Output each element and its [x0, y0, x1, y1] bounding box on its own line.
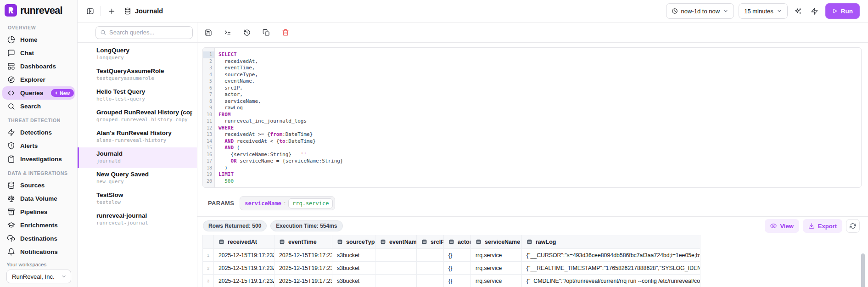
query-list-item-journald[interactable]: Journaldjournald: [78, 147, 197, 168]
column-header-receivedat[interactable]: receivedAt: [214, 235, 274, 249]
sql-code[interactable]: SELECT receivedAt, eventTime, sourceType…: [215, 48, 861, 187]
cell-eventname[interactable]: [375, 249, 417, 262]
sidebar-item-enrichments[interactable]: Enrichments: [2, 219, 75, 232]
cell-sourcetype[interactable]: s3bucket: [332, 262, 375, 275]
code-line: eventName,: [218, 78, 861, 85]
sidebar-item-notifications[interactable]: Notifications: [2, 245, 75, 259]
cell-receivedat[interactable]: 2025-12-15T19:17:23Z: [214, 262, 274, 275]
new-tab-button[interactable]: [106, 5, 118, 17]
cell-servicename[interactable]: rrq.service: [471, 275, 522, 287]
cell-servicename[interactable]: rrq.service: [471, 249, 522, 262]
cell-actor[interactable]: {}: [444, 275, 471, 287]
format-query-button[interactable]: [222, 27, 234, 39]
sql-editor[interactable]: 1234567891011121314151617181920 SELECT r…: [202, 47, 862, 188]
code-line: runreveal_inc_journald_logs: [218, 118, 861, 125]
panel-toggle-icon: [86, 7, 94, 15]
cell-eventname[interactable]: [375, 275, 417, 287]
export-button[interactable]: Export: [803, 219, 842, 233]
sidebar-item-pipelines[interactable]: Pipelines: [2, 205, 75, 219]
sidebar-item-explorer[interactable]: Explorer: [2, 73, 75, 86]
query-list-item-testqueryassumerole[interactable]: TestQueryAssumeRoletestqueryassumerole: [78, 65, 197, 85]
delete-query-button[interactable]: [280, 27, 291, 39]
cell-eventname[interactable]: [375, 262, 417, 275]
cell-sourcetype[interactable]: s3bucket: [332, 275, 375, 287]
view-label: View: [780, 223, 793, 230]
sidebar-item-investigations[interactable]: Investigations: [2, 152, 75, 166]
run-button[interactable]: Run: [825, 3, 860, 19]
sidebar-item-queries[interactable]: QueriesNew: [2, 86, 75, 100]
line-number: 17: [203, 158, 214, 165]
column-header-rawlog[interactable]: rawLog: [522, 235, 700, 249]
cell-eventtime[interactable]: 2025-12-15T19:17:23Z: [274, 249, 332, 262]
sidebar-item-destinations[interactable]: Destinations: [2, 232, 75, 245]
query-list-item-longquery[interactable]: LongQuerylongquery: [78, 44, 197, 65]
cloud-upload-icon: [7, 235, 15, 242]
brand-name: runreveal: [20, 5, 62, 17]
query-slug: journald: [96, 158, 192, 164]
line-number: 11: [203, 118, 214, 125]
query-list-item-alans-runreveal-history[interactable]: Alan's RunReveal Historyalans-runreveal-…: [78, 127, 197, 147]
cell-rawlog[interactable]: {"__CURSOR":"s=493d36cee8094db586fbc7af3…: [522, 249, 700, 262]
save-query-button[interactable]: [202, 27, 214, 39]
param-value-input[interactable]: rrq.service: [288, 198, 333, 208]
sidebar-item-home[interactable]: Home: [2, 33, 75, 46]
sidebar-item-detections[interactable]: Detections: [2, 126, 75, 139]
sidebar-item-label: Alerts: [20, 142, 38, 149]
sidebar-item-chat[interactable]: Chat: [2, 46, 75, 60]
query-title: LongQuery: [96, 47, 192, 54]
cell-eventtime[interactable]: 2025-12-15T19:17:23Z: [274, 275, 332, 287]
view-button[interactable]: View: [765, 219, 799, 233]
cell-servicename[interactable]: rrq.service: [471, 262, 522, 275]
brand-logo[interactable]: runreveal: [0, 0, 77, 20]
query-history-button[interactable]: [241, 27, 253, 39]
query-tab[interactable]: Journald: [124, 7, 163, 15]
query-list-item-grouped-runreveal-history-copy[interactable]: Grouped RunReveal History (copy)grouped-…: [78, 106, 197, 127]
cell-actor[interactable]: {}: [444, 262, 471, 275]
cell-rawlog[interactable]: {"_CMDLINE":"/opt/runreveal/current/rrq …: [522, 275, 700, 287]
table-column-icon: [337, 239, 343, 245]
param-pill-servicename[interactable]: serviceName : rrq.service: [240, 196, 335, 210]
query-list-item-new-query[interactable]: New Query Savednew-query: [78, 168, 197, 189]
results-scrollbar[interactable]: [861, 253, 865, 287]
sidebar-item-dashboards[interactable]: Dashboards: [2, 60, 75, 73]
code-line: actor,: [218, 91, 861, 98]
time-range-select[interactable]: now-1d to now: [666, 3, 734, 19]
sidebar-item-search[interactable]: Search: [2, 100, 75, 113]
cell-rawlog[interactable]: {"__REALTIME_TIMESTAMP":"176582621788862…: [522, 262, 700, 275]
duplicate-query-button[interactable]: [260, 27, 272, 39]
sidebar-item-data-volume[interactable]: Data Volume: [2, 192, 75, 205]
query-list-item-testslow[interactable]: TestSlowtestslow: [78, 189, 197, 209]
results-table-wrap: receivedAteventTimesourceTypeeventNamesr…: [197, 235, 868, 287]
column-header-actor[interactable]: actor: [444, 235, 471, 249]
column-header-srcip[interactable]: srcIP: [417, 235, 444, 249]
column-header-eventname[interactable]: eventName: [375, 235, 417, 249]
cell-sourcetype[interactable]: s3bucket: [332, 249, 375, 262]
ai-assist-button[interactable]: [792, 5, 804, 17]
column-header-servicename[interactable]: serviceName: [471, 235, 522, 249]
cell-srcip[interactable]: [417, 249, 444, 262]
query-list-item-hello-test-query[interactable]: Hello Test Queryhello-test-query: [78, 85, 197, 106]
cell-eventtime[interactable]: 2025-12-15T19:17:23Z: [274, 262, 332, 275]
download-icon: [808, 223, 815, 229]
interval-select[interactable]: 15 minutes: [739, 3, 788, 19]
clipboard-icon: [7, 155, 15, 163]
chat-icon: [7, 49, 15, 57]
column-header-sourcetype[interactable]: sourceType: [332, 235, 375, 249]
cell-receivedat[interactable]: 2025-12-15T19:17:23Z: [214, 275, 274, 287]
cell-actor[interactable]: {}: [444, 249, 471, 262]
workspace-selector[interactable]: RunReveal, Inc.: [6, 270, 71, 283]
query-search-box[interactable]: [95, 26, 193, 39]
cell-receivedat[interactable]: 2025-12-15T19:17:23Z: [214, 249, 274, 262]
sidebar-item-label: Home: [20, 36, 38, 43]
sidebar-item-alerts[interactable]: Alerts: [2, 139, 75, 152]
cell-srcip[interactable]: [417, 275, 444, 287]
refresh-button[interactable]: [846, 219, 860, 233]
cell-srcip[interactable]: [417, 262, 444, 275]
panel-toggle-button[interactable]: [84, 5, 96, 17]
quick-run-button[interactable]: [809, 5, 821, 17]
code-line: FROM: [218, 112, 861, 118]
sidebar-item-sources[interactable]: Sources: [2, 179, 75, 192]
column-header-eventtime[interactable]: eventTime: [274, 235, 332, 249]
query-list-item-runreveal-journal[interactable]: runreveal-journalrunreveal-journal: [78, 209, 197, 230]
search-queries-input[interactable]: [109, 29, 188, 36]
